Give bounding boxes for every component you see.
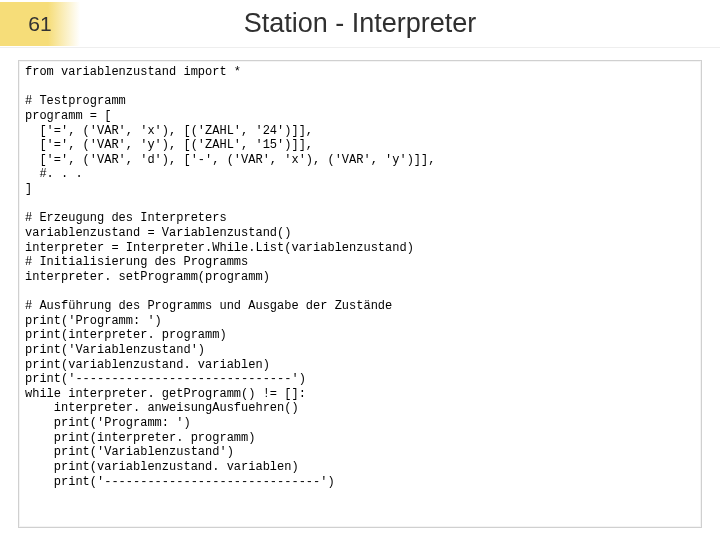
slide-header: 61 Station - Interpreter — [0, 0, 720, 48]
slide-title: Station - Interpreter — [80, 8, 720, 39]
slide: 61 Station - Interpreter from variablenz… — [0, 0, 720, 540]
code-frame: from variablenzustand import * # Testpro… — [18, 60, 702, 528]
slide-number: 61 — [0, 2, 80, 46]
code-block: from variablenzustand import * # Testpro… — [25, 65, 695, 489]
